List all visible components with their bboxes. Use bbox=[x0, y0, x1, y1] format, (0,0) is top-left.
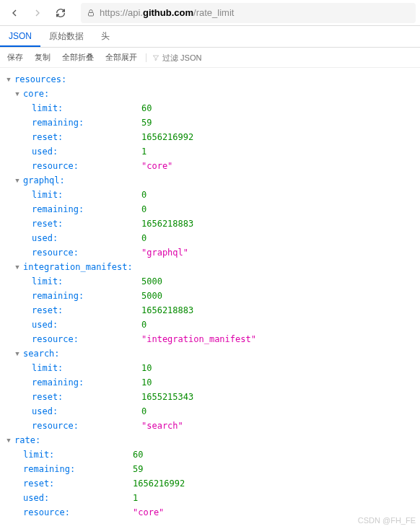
key-limit[interactable]: limit: bbox=[30, 361, 141, 375]
json-row: core: bbox=[3, 87, 417, 101]
twisty-icon[interactable] bbox=[13, 87, 22, 101]
key-reset[interactable]: reset: bbox=[30, 130, 141, 144]
key-search[interactable]: search: bbox=[22, 346, 133, 361]
key-used[interactable]: used: bbox=[30, 318, 141, 332]
key-limit[interactable]: limit: bbox=[30, 101, 141, 115]
twisty-icon[interactable] bbox=[13, 173, 22, 188]
key-reset[interactable]: reset: bbox=[30, 390, 141, 404]
json-row: limit:60 bbox=[3, 101, 417, 115]
key-used[interactable]: used: bbox=[22, 491, 133, 505]
svg-rect-0 bbox=[89, 12, 94, 16]
val-resource: "core" bbox=[141, 159, 172, 173]
val-used: 1 bbox=[141, 144, 146, 159]
key-limit[interactable]: limit: bbox=[30, 274, 141, 289]
val-limit: 60 bbox=[133, 447, 143, 462]
expand-all-button[interactable]: 全部展开 bbox=[102, 51, 140, 64]
json-row: reset:1656218883 bbox=[3, 217, 417, 231]
key-reset[interactable]: reset: bbox=[30, 217, 141, 231]
json-row: remaining:59 bbox=[3, 115, 417, 130]
tab-json[interactable]: JSON bbox=[0, 27, 40, 47]
json-row: resource:"integration_manifest" bbox=[3, 332, 417, 346]
val-remaining: 59 bbox=[133, 462, 143, 476]
val-used: 1 bbox=[133, 491, 138, 505]
key-resource[interactable]: resource: bbox=[30, 245, 141, 260]
forward-button bbox=[27, 3, 48, 23]
json-row: graphql: bbox=[3, 173, 417, 188]
copy-button[interactable]: 复制 bbox=[32, 51, 53, 64]
reload-button[interactable] bbox=[51, 3, 71, 23]
json-row: integration_manifest: bbox=[3, 260, 417, 274]
key-remaining[interactable]: remaining: bbox=[30, 115, 141, 130]
val-used: 0 bbox=[141, 404, 146, 419]
key-reset[interactable]: reset: bbox=[30, 303, 141, 318]
key-limit[interactable]: limit: bbox=[30, 188, 141, 202]
key-resource[interactable]: resource: bbox=[30, 332, 141, 346]
json-row: resource:"search" bbox=[3, 419, 417, 433]
json-row: reset:1656216992 bbox=[3, 130, 417, 144]
json-row: used:0 bbox=[3, 231, 417, 245]
key-integration_manifest[interactable]: integration_manifest: bbox=[22, 260, 133, 274]
url-text: https://api.github.com/rate_limit bbox=[100, 7, 410, 18]
val-remaining: 10 bbox=[141, 375, 152, 390]
twisty-icon[interactable] bbox=[13, 260, 22, 274]
save-button[interactable]: 保存 bbox=[4, 51, 26, 64]
val-reset: 1656218883 bbox=[141, 217, 193, 231]
lock-icon bbox=[87, 9, 95, 17]
key-core[interactable]: core: bbox=[22, 87, 133, 101]
arrow-right-icon bbox=[32, 7, 43, 19]
twisty-icon[interactable] bbox=[13, 346, 22, 361]
json-row: resource:"core" bbox=[3, 505, 417, 520]
key-resource[interactable]: resource: bbox=[22, 505, 133, 520]
url-bar[interactable]: https://api.github.com/rate_limit bbox=[81, 3, 416, 23]
json-row: resources: bbox=[3, 72, 417, 87]
val-limit: 60 bbox=[141, 101, 152, 115]
key-resource[interactable]: resource: bbox=[30, 419, 141, 433]
key-remaining[interactable]: remaining: bbox=[30, 375, 141, 390]
json-row: remaining:5000 bbox=[3, 289, 417, 303]
tab-headers[interactable]: 头 bbox=[92, 26, 118, 47]
key-used[interactable]: used: bbox=[30, 404, 141, 419]
key-remaining[interactable]: remaining: bbox=[30, 202, 141, 217]
val-remaining: 0 bbox=[141, 202, 146, 217]
json-row: reset:1656218883 bbox=[3, 303, 417, 318]
json-row: reset:1655215343 bbox=[3, 390, 417, 404]
twisty-icon[interactable] bbox=[4, 433, 13, 447]
key-resource[interactable]: resource: bbox=[30, 159, 141, 173]
val-resource: "integration_manifest" bbox=[141, 332, 256, 346]
val-used: 0 bbox=[141, 318, 146, 332]
key-remaining[interactable]: remaining: bbox=[22, 462, 133, 476]
key-rate[interactable]: rate: bbox=[13, 433, 124, 447]
view-tabs: JSON 原始数据 头 bbox=[0, 26, 420, 48]
val-reset: 1656218883 bbox=[141, 303, 193, 318]
json-row: used:1 bbox=[3, 491, 417, 505]
filter-group bbox=[146, 53, 220, 62]
json-row: reset:1656216992 bbox=[3, 476, 417, 491]
key-used[interactable]: used: bbox=[30, 144, 141, 159]
key-limit[interactable]: limit: bbox=[22, 447, 133, 462]
json-tree: resources:core:limit:60remaining:59reset… bbox=[0, 68, 420, 524]
back-button[interactable] bbox=[4, 3, 25, 23]
json-row: limit:60 bbox=[3, 447, 417, 462]
json-row: rate: bbox=[3, 433, 417, 447]
arrow-left-icon bbox=[9, 7, 20, 19]
collapse-all-button[interactable]: 全部折叠 bbox=[59, 51, 97, 64]
json-row: remaining:59 bbox=[3, 462, 417, 476]
val-reset: 1656216992 bbox=[133, 476, 185, 491]
val-resource: "search" bbox=[141, 419, 183, 433]
key-resources[interactable]: resources: bbox=[13, 72, 124, 87]
key-used[interactable]: used: bbox=[30, 231, 141, 245]
json-row: limit:5000 bbox=[3, 274, 417, 289]
val-limit: 0 bbox=[141, 188, 146, 202]
key-reset[interactable]: reset: bbox=[22, 476, 133, 491]
key-remaining[interactable]: remaining: bbox=[30, 289, 141, 303]
val-resource: "graphql" bbox=[141, 245, 188, 260]
filter-icon bbox=[152, 54, 159, 61]
json-row: remaining:0 bbox=[3, 202, 417, 217]
filter-input[interactable] bbox=[162, 53, 220, 62]
json-toolbar: 保存 复制 全部折叠 全部展开 bbox=[0, 48, 420, 68]
json-row: limit:0 bbox=[3, 188, 417, 202]
json-row: resource:"graphql" bbox=[3, 245, 417, 260]
tab-raw[interactable]: 原始数据 bbox=[40, 26, 92, 47]
key-graphql[interactable]: graphql: bbox=[22, 173, 133, 188]
twisty-icon[interactable] bbox=[4, 72, 13, 87]
